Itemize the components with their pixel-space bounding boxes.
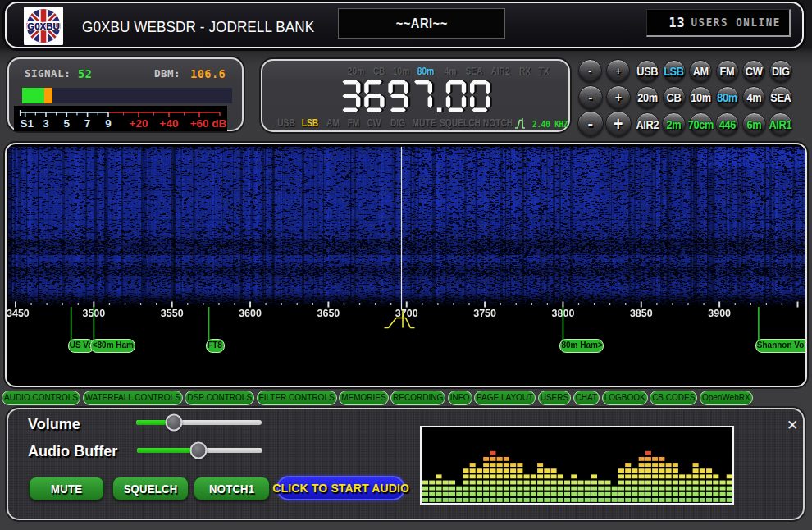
squelch-button[interactable]: SQUELCH	[112, 477, 189, 500]
select-button-usb[interactable]: USB	[636, 60, 659, 83]
band-tag-ft8[interactable]: FT8	[206, 339, 225, 353]
band-tag-shannon-volmet[interactable]: Shannon Volmet	[755, 339, 807, 353]
step-down-button-row1[interactable]: -	[578, 59, 602, 83]
svg-text:+40: +40	[160, 117, 179, 130]
waterfall-spectrum-canvas[interactable]	[8, 147, 807, 306]
svg-text:3: 3	[43, 117, 49, 130]
select-button-80m-label: 80m	[717, 90, 737, 104]
band-indicator-air2: AIR2	[490, 66, 509, 77]
select-button-usb-label: USB	[636, 64, 658, 78]
select-button-20m-label: 20m	[637, 90, 658, 104]
select-button-dig-label: DIG	[772, 64, 790, 78]
signal-readout-row: SIGNAL: 52 DBM: 106.6	[9, 67, 242, 80]
select-button-70cm[interactable]: 70cm	[689, 112, 713, 136]
volume-slider[interactable]	[136, 420, 262, 425]
tab-page-layout[interactable]: PAGE LAYOUT	[474, 391, 536, 405]
select-button-air1[interactable]: AIR1	[769, 112, 792, 136]
band-tag-80m-ham-[interactable]: 80m Ham>	[559, 339, 604, 353]
select-button-4m-label: 4m	[746, 90, 761, 104]
select-button-am[interactable]: AM	[689, 60, 712, 83]
select-button-cb[interactable]: CB	[663, 86, 686, 109]
waterfall-panel[interactable]: 3450350035503600365037003750380038503900…	[5, 143, 807, 387]
tuning-cursor-line[interactable]	[401, 147, 403, 309]
step-up-button-row2[interactable]: +	[606, 85, 631, 110]
select-button-cw[interactable]: CW	[742, 60, 765, 83]
svg-text:3550: 3550	[161, 308, 184, 319]
select-button-fm[interactable]: FM	[716, 60, 739, 83]
mute-button[interactable]: MUTE	[29, 477, 104, 500]
select-button-2m[interactable]: 2m	[662, 112, 686, 136]
select-button-lsb[interactable]: LSB	[663, 60, 686, 83]
band-indicator-rx: RX	[519, 66, 531, 77]
select-button-air2[interactable]: AIR2	[636, 112, 659, 136]
g0xbu-logo: G0XBU G0XBU	[24, 7, 63, 45]
audio-spectrum-equalizer	[420, 426, 734, 505]
svg-text:5: 5	[64, 117, 71, 130]
tab-dsp-controls[interactable]: DSP CONTROLS	[185, 391, 254, 405]
select-button-80m[interactable]: 80m	[716, 86, 739, 109]
audio-controls-panel: Volume Audio Buffer MUTE SQUELCH NOTCH1 …	[7, 408, 805, 520]
select-button-sea-label: SEA	[770, 90, 791, 104]
select-button-dig[interactable]: DIG	[769, 60, 792, 83]
mode-indicator-notch: NOTCH	[483, 117, 513, 129]
mode-indicator-fm: FM	[347, 117, 359, 129]
svg-text:S1: S1	[20, 117, 34, 130]
select-button-lsb-label: LSB	[664, 64, 683, 78]
step-down-button-row2-label: -	[588, 89, 592, 106]
step-down-button-row2[interactable]: -	[578, 85, 603, 110]
tab-filter-controls[interactable]: FILTER CONTROLS	[257, 391, 337, 405]
select-button-air1-label: AIR1	[769, 117, 792, 131]
mode-indicator-am: AM	[326, 117, 340, 129]
users-online-display: 13 USERS ONLINE	[646, 9, 791, 37]
users-online-label: USERS ONLINE	[691, 16, 781, 29]
select-button-446[interactable]: 446	[715, 112, 739, 136]
mode-indicator-dig: DIG	[390, 117, 405, 129]
step-up-button-row3[interactable]: +	[605, 111, 632, 137]
audio-buffer-slider-thumb[interactable]	[189, 442, 207, 459]
svg-text:+60 dB: +60 dB	[190, 117, 227, 130]
band-indicator-80m: 80m	[417, 66, 434, 77]
tab-openwebrx[interactable]: OpenWebRX	[700, 391, 753, 405]
s-meter-scale: S13579+20+40+60 dB	[14, 106, 227, 131]
select-button-cw-label: CW	[746, 64, 763, 78]
tab-users[interactable]: USERS	[538, 391, 571, 405]
start-audio-button[interactable]: CLICK TO START AUDIO	[276, 476, 405, 500]
tab-logbook[interactable]: LOGBOOK	[602, 391, 648, 405]
svg-text:7: 7	[84, 117, 91, 130]
users-count: 13	[668, 16, 685, 30]
tab-audio-controls[interactable]: AUDIO CONTROLS	[2, 391, 80, 405]
header: G0XBU G0XBU G0XBU WEBSDR - JODRELL BANK …	[5, 2, 804, 48]
svg-text:3600: 3600	[239, 308, 262, 319]
svg-text:3450: 3450	[7, 308, 30, 319]
svg-text:9: 9	[105, 117, 112, 130]
tab-cb-codes[interactable]: CB CODES	[650, 391, 697, 405]
mode-indicator-lsb: LSB	[302, 117, 318, 129]
tab-chat[interactable]: CHAT	[573, 391, 600, 405]
select-button-sea[interactable]: SEA	[769, 86, 792, 109]
band-indicator-cb: CB	[372, 66, 385, 77]
tab-info[interactable]: INFO	[448, 391, 472, 405]
step-down-button-row3[interactable]: -	[577, 111, 604, 137]
select-button-2m-label: 2m	[667, 117, 682, 131]
volume-slider-thumb[interactable]	[165, 414, 182, 432]
svg-text:3900: 3900	[708, 308, 731, 319]
notch1-button[interactable]: NOTCH1	[194, 477, 270, 500]
band-tag--80m-ham[interactable]: <80m Ham	[90, 339, 135, 353]
tab-memories[interactable]: MEMORIES	[339, 391, 388, 405]
audio-buffer-slider[interactable]	[137, 448, 262, 453]
step-up-button-row1[interactable]: +	[606, 59, 630, 83]
select-button-20m[interactable]: 20m	[636, 86, 659, 109]
tab-waterfall-controls[interactable]: WATERFALL CONTROLS	[83, 391, 183, 405]
mode-indicator-squelch: SQUELCH	[440, 117, 481, 129]
step-down-button-row1-label: -	[589, 65, 592, 77]
select-button-6m[interactable]: 6m	[742, 112, 766, 136]
select-button-4m[interactable]: 4m	[742, 86, 765, 109]
select-button-10m[interactable]: 10m	[689, 86, 712, 109]
frequency-display-panel: 20mCB10m80m4mSEAAIR2RXTX 2.40 KHZ USBLSB…	[261, 59, 570, 132]
select-button-70cm-label: 70cm	[687, 117, 713, 131]
tab-recording[interactable]: RECORDING	[390, 391, 445, 405]
mode-indicator-cw: CW	[367, 117, 381, 129]
page-title: G0XBU WEBSDR - JODRELL BANK	[82, 19, 314, 36]
signal-value: 52	[78, 67, 92, 80]
close-icon[interactable]: ✕	[786, 419, 799, 432]
